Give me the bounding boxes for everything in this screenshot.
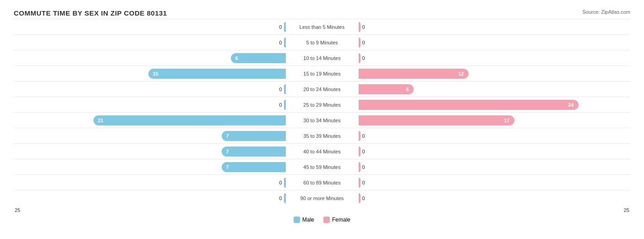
- left-bar-area: 0: [14, 35, 287, 50]
- source-label: Source: ZipAtlas.com: [582, 9, 630, 15]
- row-label: Less than 5 Minutes: [287, 24, 358, 30]
- right-bar-area: 0: [358, 175, 631, 190]
- axis-min: 25: [15, 207, 20, 213]
- right-bar-area: 0: [358, 128, 631, 143]
- table-row: 1515 to 19 Minutes12: [14, 65, 630, 81]
- left-bar-area: 7: [14, 144, 287, 159]
- right-bar-area: 24: [358, 97, 631, 112]
- table-row: 060 to 89 Minutes0: [14, 174, 630, 190]
- legend-male: Male: [294, 217, 314, 223]
- axis-max: 25: [624, 207, 629, 213]
- left-bar-area: 15: [14, 66, 287, 81]
- left-bar-area: 0: [14, 175, 287, 190]
- table-row: 2130 to 34 Minutes17: [14, 112, 630, 128]
- legend-female-label: Female: [332, 217, 350, 223]
- right-bar-area: 0: [358, 35, 631, 50]
- row-label: 40 to 44 Minutes: [287, 149, 358, 154]
- chart-inner: 0Less than 5 Minutes005 to 9 Minutes0610…: [14, 19, 630, 206]
- legend-male-box: [294, 217, 300, 223]
- legend-female: Female: [323, 217, 350, 223]
- left-bar-area: 6: [14, 50, 287, 65]
- right-bar-area: 6: [358, 81, 631, 97]
- right-bar-area: 0: [358, 50, 631, 65]
- row-label: 25 to 29 Minutes: [287, 102, 358, 108]
- left-bar-area: 0: [14, 190, 287, 206]
- left-bar-area: 0: [14, 81, 287, 97]
- legend: Male Female: [14, 217, 630, 223]
- table-row: 05 to 9 Minutes0: [14, 34, 630, 50]
- table-row: 740 to 44 Minutes0: [14, 143, 630, 159]
- row-label: 10 to 14 Minutes: [287, 55, 358, 61]
- right-bar-area: 17: [358, 113, 631, 128]
- chart-title: COMMUTE TIME BY SEX IN ZIP CODE 80131: [14, 9, 167, 17]
- table-row: 025 to 29 Minutes24: [14, 97, 630, 112]
- row-label: 15 to 19 Minutes: [287, 71, 358, 76]
- row-label: 60 to 89 Minutes: [287, 180, 358, 185]
- axis-labels: 25 25: [14, 207, 630, 213]
- table-row: 610 to 14 Minutes0: [14, 50, 630, 65]
- right-bar-area: 0: [358, 144, 631, 159]
- left-bar-area: 7: [14, 128, 287, 143]
- table-row: 745 to 59 Minutes0: [14, 159, 630, 174]
- table-row: 0Less than 5 Minutes0: [14, 19, 630, 34]
- table-row: 090 or more Minutes0: [14, 190, 630, 206]
- row-label: 35 to 39 Minutes: [287, 133, 358, 139]
- row-label: 45 to 59 Minutes: [287, 164, 358, 170]
- table-row: 735 to 39 Minutes0: [14, 128, 630, 143]
- legend-male-label: Male: [302, 217, 314, 223]
- left-bar-area: 0: [14, 97, 287, 112]
- right-bar-area: 0: [358, 159, 631, 174]
- row-label: 20 to 24 Minutes: [287, 87, 358, 92]
- left-bar-area: 7: [14, 159, 287, 174]
- chart-wrapper: COMMUTE TIME BY SEX IN ZIP CODE 80131 So…: [14, 9, 630, 223]
- right-bar-area: 0: [358, 190, 631, 206]
- row-label: 5 to 9 Minutes: [287, 40, 358, 45]
- right-bar-area: 0: [358, 19, 631, 34]
- table-row: 020 to 24 Minutes6: [14, 81, 630, 97]
- left-bar-area: 0: [14, 19, 287, 34]
- left-bar-area: 21: [14, 113, 287, 128]
- legend-female-box: [323, 217, 330, 223]
- right-bar-area: 12: [358, 66, 631, 81]
- row-label: 90 or more Minutes: [287, 196, 358, 201]
- row-label: 30 to 34 Minutes: [287, 118, 358, 123]
